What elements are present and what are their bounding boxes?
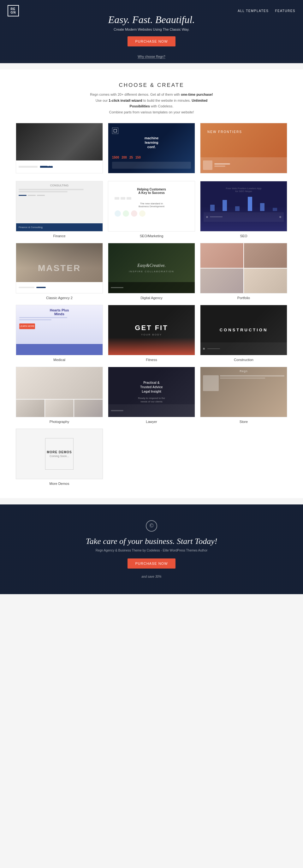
demo-item-seomark[interactable]: Helping CustomersA Key to Success The ne… <box>108 181 195 238</box>
demo-thumb-digital[interactable]: Easy&Creative. INSPIRE COLLABORATION <box>108 243 195 293</box>
demo-thumb-agency2[interactable]: MASTER <box>16 243 103 293</box>
demo-label-store: Store <box>240 420 248 424</box>
demo-thumb-more[interactable]: MORE DEMOS Coming Soon... <box>16 429 103 479</box>
demo-thumb-construction[interactable]: CONSTRUCTION <box>200 305 287 355</box>
demo-thumb-store[interactable]: Regn <box>200 367 287 417</box>
header-subtitle: Create Modern Websites Using The Classic… <box>114 28 189 31</box>
photo-cell-3 <box>45 400 73 417</box>
demo-item-store[interactable]: Regn Store <box>200 367 287 424</box>
logo[interactable]: REGN <box>7 5 19 17</box>
finance-strip-text: Finance & Consulting <box>19 226 43 229</box>
machine-stat-1: 1500 <box>112 156 119 159</box>
footer-title: Take care of your business. Start Today! <box>6 537 297 546</box>
demo-item-seo2[interactable]: Free Web Position Leaders Appfor SEO Nin… <box>200 181 287 238</box>
seo2-bars <box>204 195 284 211</box>
finance-links <box>19 195 100 196</box>
machine-stat-4: 150 <box>135 156 141 159</box>
desc-bold-2: 1-click install wizard <box>108 98 142 102</box>
demo-label-more: More Demos <box>49 482 69 486</box>
demo-thumb-photo[interactable] <box>16 367 103 417</box>
demo-thumb-medical[interactable]: Hearts PlusMinds LEARN MORE <box>16 305 103 355</box>
demo-label-agency2: Classic Agency 2 <box>46 296 73 300</box>
medical-btn: LEARN MORE <box>19 323 35 329</box>
store-nav: Regn <box>203 370 284 373</box>
more-demos-inner: MORE DEMOS Coming Soon... <box>45 438 73 470</box>
why-choose-link[interactable]: Why choose Regn? <box>138 55 165 59</box>
demo-item-portfolio[interactable]: Portfolio <box>200 243 287 300</box>
demo-item-agency2[interactable]: MASTER Classic Agency 2 <box>16 243 103 300</box>
frontier-content: NEW FRONTIERS <box>204 127 245 137</box>
machine-stats: 1500 200 25 150 <box>112 156 191 159</box>
machine-bar <box>112 162 191 169</box>
seomark-logos <box>114 197 189 199</box>
machine-title: machinelearningconf. <box>112 136 191 149</box>
demo-label-fitness: Fitness <box>146 358 157 362</box>
nav-features[interactable]: FEATURES <box>275 9 296 12</box>
photo-cell-4 <box>74 400 103 417</box>
medical-bar <box>16 344 103 355</box>
demo-thumb-portfolio[interactable] <box>200 243 287 293</box>
demo-label-finance: Finance <box>53 234 65 238</box>
footer-section: © Take care of your business. Start Toda… <box>0 504 303 594</box>
footer-save-text: and save 30% <box>6 575 297 578</box>
demo-thumb-seo2[interactable]: Free Web Position Leaders Appfor SEO Nin… <box>200 181 287 231</box>
portfolio-cell-1 <box>200 243 243 268</box>
store-images <box>203 375 284 391</box>
demo-thumb-frontier[interactable]: NEW FRONTIERS <box>200 123 287 174</box>
fitness-bottom <box>108 338 195 355</box>
more-demos-title: MORE DEMOS <box>47 450 72 455</box>
header-nav: REGN ALL TEMPLATES FEATURES <box>0 5 303 17</box>
demo-item-lawyer[interactable]: Practical &Trusted AdviceLegal Insight R… <box>108 367 195 424</box>
demo-item-medical[interactable]: Hearts PlusMinds LEARN MORE Medical <box>16 305 103 362</box>
demo-thumb-lawyer[interactable]: Practical &Trusted AdviceLegal Insight R… <box>108 367 195 417</box>
demo-item-finance[interactable]: CONSULTING Finance & Consulting Finance <box>16 181 103 238</box>
seo2-header: Free Web Position Leaders Appfor SEO Nin… <box>204 184 284 195</box>
dream-text: DREAM BIG. <box>19 159 100 170</box>
desc-text-4: with Codeless. <box>151 104 174 108</box>
demo-item-machine[interactable]: machinelearningconf. 1500 200 25 150 <box>108 123 195 176</box>
finance-strip: Finance & Consulting <box>16 223 103 231</box>
digital-sub: INSPIRE COLLABORATION <box>129 270 174 273</box>
demo-thumb-finance[interactable]: CONSULTING Finance & Consulting <box>16 181 103 231</box>
finance-content: CONSULTING <box>16 181 103 223</box>
photo-cell-2 <box>16 400 44 417</box>
medical-title-text: Hearts PlusMinds <box>19 308 99 316</box>
section-title: CHOOSE & CREATE <box>6 82 297 88</box>
section-desc: Regn comes with 20+ different demos. Get… <box>85 92 218 115</box>
demo-item-frontier[interactable]: NEW FRONTIERS <box>200 123 287 176</box>
more-demos-sub: Coming Soon... <box>49 455 69 458</box>
demo-thumb-machine[interactable]: machinelearningconf. 1500 200 25 150 <box>108 123 195 174</box>
machine-stat-2: 200 <box>122 156 127 159</box>
choose-section: CHOOSE & CREATE Regn comes with 20+ diff… <box>0 69 303 498</box>
demo-label-seo2: SEO <box>240 234 247 238</box>
footer-subtitle: Regn Agency & Business Theme by Codeless… <box>6 549 297 552</box>
footer-purchase-button[interactable]: PURCHASE NOW <box>128 558 175 568</box>
fitness-sub: YOUR BODY <box>141 333 162 336</box>
demo-grid: DREAM BIG. machinelearningconf. 1500 2 <box>13 123 290 486</box>
demo-item-construction[interactable]: CONSTRUCTION Construction <box>200 305 287 362</box>
demo-item-more[interactable]: MORE DEMOS Coming Soon... More Demos <box>16 429 103 486</box>
frontier-bottom <box>200 157 287 173</box>
demo-thumb-seomark[interactable]: Helping CustomersA Key to Success The ne… <box>108 181 195 231</box>
header-purchase-button[interactable]: PURCHASE NOW <box>128 36 175 46</box>
demo-thumb-fitness[interactable]: GET FIT YOUR BODY <box>108 305 195 355</box>
portfolio-cell-4 <box>244 269 287 293</box>
demo-label-portfolio: Portfolio <box>237 296 250 300</box>
portfolio-cell-2 <box>244 243 287 268</box>
desc-text-5: Combine parts from various templates on … <box>109 110 194 114</box>
frontier-title: NEW FRONTIERS <box>207 130 242 134</box>
demo-item-photo[interactable]: Photography <box>16 367 103 424</box>
seomark-content: Helping CustomersA Key to Success The ne… <box>111 184 192 228</box>
demo-item-fitness[interactable]: GET FIT YOUR BODY Fitness <box>108 305 195 362</box>
seomark-icons <box>114 210 189 217</box>
photo-bottom-row <box>16 400 103 417</box>
demo-item-digital[interactable]: Easy&Creative. INSPIRE COLLABORATION Dig… <box>108 243 195 300</box>
demo-item-dream[interactable]: DREAM BIG. <box>16 123 103 176</box>
header-section: REGN ALL TEMPLATES FEATURES Easy. Fast. … <box>0 0 303 63</box>
agency2-overlay <box>16 243 103 268</box>
machine-logo-row <box>112 128 191 134</box>
nav-all-templates[interactable]: ALL TEMPLATES <box>238 9 269 12</box>
seomark-heading: Helping CustomersA Key to Success <box>114 188 189 194</box>
demo-thumb-dream[interactable]: DREAM BIG. <box>16 123 103 174</box>
desc-bold-1: one-time purchase! <box>181 93 213 96</box>
